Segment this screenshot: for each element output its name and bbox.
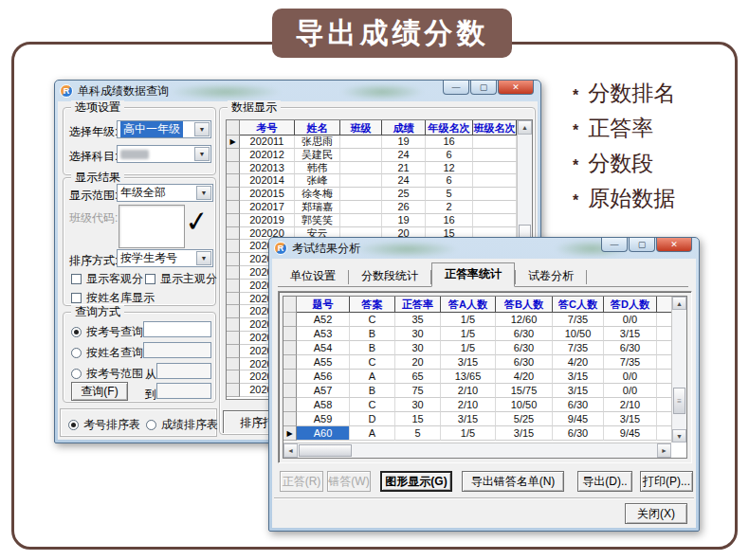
scroll-up-icon[interactable]: ▲ [518,120,532,135]
range-combobox[interactable]: 年级全部 ▼ [117,184,213,202]
scrollbar-thumb[interactable] [299,444,352,457]
table-row[interactable]: 202014张峰246 [227,174,532,188]
row-selector[interactable] [227,174,240,188]
chevron-down-icon[interactable]: ▼ [196,186,211,200]
chevron-down-icon[interactable]: ▼ [196,251,211,265]
table-row[interactable]: A52C351/512/607/350/0 [283,313,686,327]
export-wrong-list-button[interactable]: 导出错答名单(N) [462,471,564,492]
sort-combobox[interactable]: 按学生考号 ▼ [117,249,213,267]
row-selector[interactable] [227,162,240,175]
tab-unit-settings[interactable]: 单位设置 [278,265,348,286]
export-button[interactable]: 导出(D).. [577,471,632,492]
tab-score-segment[interactable]: 分数段统计 [349,265,430,286]
tab-paper-analysis[interactable]: 试卷分析 [516,265,586,286]
close-dialog-button[interactable]: 关闭(X) [625,503,687,524]
column-header[interactable]: 考号 [240,120,295,135]
tab-correct-rate[interactable]: 正答率统计 [431,262,515,287]
row-marker-icon[interactable]: ▶ [283,426,297,441]
query-button[interactable]: 查询(F) [71,382,128,401]
subject-combobox[interactable]: ▼ [117,145,211,163]
window2-titlebar[interactable]: R 考试结果分析 — ▢ ✕ [269,238,699,259]
scroll-left-icon[interactable]: ◄ [283,443,298,458]
table-row[interactable]: A55C203/156/304/207/35 [283,355,686,370]
column-header[interactable]: 答案 [350,297,395,313]
chevron-down-icon[interactable]: ▼ [194,147,210,161]
row-selector[interactable] [227,227,240,241]
table-row[interactable]: 202012吴建民246 [227,149,532,162]
row-selector[interactable] [227,149,240,162]
graph-display-button[interactable]: 图形显示(G) [380,471,452,492]
scroll-right-icon[interactable]: ► [657,443,671,458]
column-header[interactable]: 题号 [297,297,350,313]
radio-id-sorted-table[interactable]: 考号排序表 [68,417,140,433]
row-marker-icon[interactable]: ▶ [227,135,240,149]
maximize-button[interactable]: ▢ [629,238,655,252]
table-row[interactable]: A53B301/56/3010/503/15 [283,327,686,341]
window1-titlebar[interactable]: R 单科成绩数据查询 — ▢ ✕ [55,81,540,101]
column-header[interactable]: 班级 [340,120,382,135]
row-selector[interactable] [227,332,240,345]
column-header[interactable]: 姓名 [295,120,340,135]
row-selector[interactable] [227,384,240,397]
class-code-listbox[interactable] [119,205,185,248]
chevron-down-icon[interactable]: ▼ [194,122,210,136]
grade-combobox[interactable]: 高中一年级 ▼ [117,120,211,138]
query-name-input[interactable] [143,342,211,358]
row-selector[interactable] [283,412,297,426]
scroll-down-icon[interactable]: ▼ [672,429,686,443]
row-selector[interactable] [227,240,240,253]
column-header[interactable]: 正答率 [395,297,441,313]
column-header[interactable]: 答A人数 [441,297,496,313]
vertical-scrollbar[interactable]: ▲ ≡ ▼ [671,297,686,443]
radio-query-by-id[interactable]: 按考号查询 [71,324,143,340]
scroll-up-icon[interactable]: ▲ [672,297,686,310]
row-selector[interactable] [227,266,240,280]
minimize-button[interactable]: — [601,238,628,252]
horizontal-scrollbar[interactable]: ◄ ► [283,443,671,458]
table-row[interactable]: A54B301/56/307/356/30 [283,341,686,355]
table-row[interactable]: 202015徐冬梅255 [227,188,532,201]
row-selector[interactable] [227,318,240,332]
row-selector[interactable] [227,305,240,318]
row-selector[interactable] [227,188,240,201]
column-header[interactable]: 答C人数 [553,297,604,313]
row-selector[interactable] [283,370,297,384]
row-selector[interactable] [227,253,240,266]
column-header[interactable]: 答B人数 [496,297,553,313]
row-selector[interactable] [283,355,297,370]
column-header[interactable]: 成绩 [382,120,426,135]
maximize-button[interactable]: ▢ [470,81,497,95]
row-selector[interactable] [227,358,240,371]
row-selector[interactable] [283,327,297,341]
checkbox-objective-score[interactable]: 显示客观分 [71,271,143,287]
row-selector[interactable] [227,214,240,227]
table-row[interactable]: A58C302/1010/506/302/10 [283,398,686,412]
column-header[interactable]: 答D人数 [604,297,657,313]
checkbox-subjective-score[interactable]: 显示主观分 [145,271,217,287]
radio-query-by-range[interactable]: 按考号范围 [71,366,143,382]
scrollbar-thumb[interactable]: ≡ [673,388,685,414]
close-button[interactable]: ✕ [498,81,534,95]
table-row[interactable]: A59D153/155/259/453/15 [283,412,686,426]
range-from-input[interactable] [156,363,211,379]
row-selector[interactable] [227,293,240,306]
row-selector[interactable] [283,384,297,398]
row-selector[interactable] [227,370,240,384]
row-selector[interactable] [227,345,240,358]
radio-score-sorted-table[interactable]: 成绩排序表 [146,417,218,433]
close-button[interactable]: ✕ [656,238,692,252]
radio-query-by-name[interactable]: 按姓名查询 [71,345,143,361]
row-selector[interactable] [227,280,240,293]
minimize-button[interactable]: — [443,81,469,95]
table-row[interactable]: 202017郑瑞嘉262 [227,201,532,214]
table-row[interactable]: ▶A60A51/53/156/309/45 [283,426,686,441]
table-row[interactable]: 202019郭笑笑1916 [227,214,532,227]
column-header[interactable]: 年级名次 [426,120,473,135]
row-selector[interactable] [283,313,297,327]
table-row[interactable]: 202013韩伟2112 [227,162,532,175]
table-row[interactable]: A57B752/1015/753/150/0 [283,384,686,398]
print-button[interactable]: 打印(P)... [640,471,693,492]
row-selector[interactable] [283,341,297,355]
row-selector[interactable] [283,398,297,412]
table-row[interactable]: A56A6513/654/203/150/0 [283,370,686,384]
